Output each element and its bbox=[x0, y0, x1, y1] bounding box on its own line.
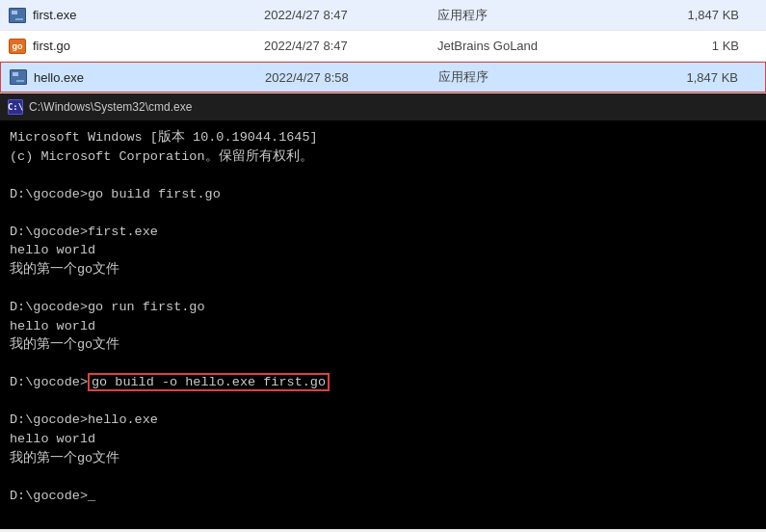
file-type-first-go: JetBrains GoLand bbox=[437, 39, 592, 53]
cmd-line-1: Microsoft Windows [版本 10.0.19044.1645] bbox=[10, 128, 756, 147]
hello-exe-icon bbox=[9, 67, 28, 87]
file-row-hello-exe[interactable]: hello.exe 2022/4/27 8:58 应用程序 1,847 KB bbox=[0, 62, 766, 93]
cmd-line-20: D:\gocode>_ bbox=[10, 487, 756, 506]
file-size-first-exe: 1,847 KB bbox=[592, 8, 758, 22]
cmd-line-12: 我的第一个go文件 bbox=[10, 335, 756, 355]
cmd-title-icon: C:\ bbox=[8, 99, 23, 115]
cmd-line-3 bbox=[10, 166, 756, 185]
cmd-line-15 bbox=[10, 392, 756, 412]
cmd-line-4: D:\gocode>go build first.go bbox=[10, 185, 756, 204]
file-date-first-exe: 2022/4/27 8:47 bbox=[264, 8, 437, 22]
cmd-titlebar: C:\ C:\Windows\System32\cmd.exe bbox=[0, 93, 766, 120]
cmd-line-2: (c) Microsoft Corporation。保留所有权利。 bbox=[10, 147, 756, 167]
cmd-window: C:\ C:\Windows\System32\cmd.exe Microsof… bbox=[0, 93, 766, 529]
file-date-first-go: 2022/4/27 8:47 bbox=[264, 39, 437, 53]
cmd-line-13 bbox=[10, 355, 756, 374]
cmd-line-11: hello world bbox=[10, 317, 756, 336]
file-name-first-go: first.go bbox=[33, 39, 264, 53]
file-size-first-go: 1 KB bbox=[592, 39, 758, 53]
cmd-line-5 bbox=[10, 203, 756, 223]
cmd-line-16: D:\gocode>hello.exe bbox=[10, 411, 756, 430]
file-type-first-exe: 应用程序 bbox=[437, 7, 592, 24]
file-date-hello-exe: 2022/4/27 8:58 bbox=[265, 70, 438, 85]
cmd-terminal[interactable]: Microsoft Windows [版本 10.0.19044.1645] (… bbox=[0, 120, 766, 529]
cmd-line-18: 我的第一个go文件 bbox=[10, 449, 756, 468]
cmd-line-14-highlighted: D:\gocode>go build -o hello.exe first.go bbox=[10, 373, 756, 392]
cmd-line-19 bbox=[10, 467, 756, 487]
file-row-first-go[interactable]: go first.go 2022/4/27 8:47 JetBrains GoL… bbox=[0, 31, 766, 62]
cmd-line-8: 我的第一个go文件 bbox=[10, 260, 756, 279]
file-explorer: first.exe 2022/4/27 8:47 应用程序 1,847 KB g… bbox=[0, 0, 766, 93]
cmd-line-6: D:\gocode>first.exe bbox=[10, 223, 756, 242]
file-row-first-exe[interactable]: first.exe 2022/4/27 8:47 应用程序 1,847 KB bbox=[0, 0, 766, 31]
cmd-line-9 bbox=[10, 279, 756, 299]
cmd-title-text: C:\Windows\System32\cmd.exe bbox=[29, 100, 192, 114]
highlight-command: go build -o hello.exe first.go bbox=[88, 373, 330, 391]
exe-icon bbox=[8, 6, 27, 25]
cmd-line-10: D:\gocode>go run first.go bbox=[10, 298, 756, 317]
go-icon: go bbox=[8, 37, 27, 56]
file-name-first-exe: first.exe bbox=[33, 8, 264, 22]
cmd-line-7: hello world bbox=[10, 241, 756, 260]
file-size-hello-exe: 1,847 KB bbox=[593, 70, 757, 85]
file-type-hello-exe: 应用程序 bbox=[438, 68, 593, 86]
file-name-hello-exe: hello.exe bbox=[34, 70, 265, 85]
cmd-line-17: hello world bbox=[10, 430, 756, 449]
